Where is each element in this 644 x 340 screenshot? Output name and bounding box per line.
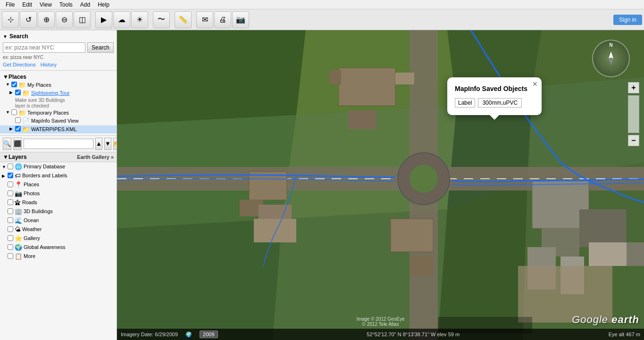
my-places-checkbox[interactable] — [11, 82, 17, 87]
save-image-tool-button[interactable]: 📷 — [232, 11, 249, 28]
weather-expand-icon — [2, 227, 7, 232]
tour-tool-button[interactable]: ▶ — [95, 11, 112, 28]
menu-file[interactable]: File — [2, 0, 18, 9]
imagery-date: Imagery Date: 6/29/2009 — [121, 332, 178, 337]
roads-checkbox[interactable] — [8, 199, 13, 205]
sightseeing-checkbox[interactable] — [15, 90, 21, 95]
waterpipes-folder-icon: 📁 — [22, 126, 30, 133]
layer-gallery[interactable]: ⭐ Gallery — [0, 234, 117, 243]
temporary-folder-icon: 📁 — [18, 109, 26, 116]
buildings-expand-icon — [2, 209, 7, 214]
more-label: More — [24, 253, 35, 259]
temporary-label: Temporary Places — [27, 109, 115, 116]
zoom-out-button[interactable]: − — [628, 135, 639, 146]
layer-borders-labels[interactable]: ▶ 🏷 Borders and Labels — [0, 171, 117, 180]
tree-item-my-places[interactable]: ▼ 📁 My Places — [0, 81, 117, 89]
ocean-checkbox[interactable] — [8, 217, 13, 223]
layer-more[interactable]: 📋 More — [0, 252, 117, 261]
zoom-controls: + − — [628, 82, 639, 146]
email-tool-button[interactable]: ✉ — [196, 11, 213, 28]
layer-global-awareness[interactable]: 🌍 Global Awareness — [0, 243, 117, 252]
search-section: ▼ Search Search ex: pizza near NYC Get D… — [0, 30, 117, 71]
compass[interactable]: N — [592, 40, 630, 77]
places-layer-checkbox[interactable] — [8, 182, 13, 187]
places-section: ▼ Places ▼ 📁 My Places ▶ 📁 Sightseeing T… — [0, 71, 117, 136]
layer-photos[interactable]: 📷 Photos — [0, 189, 117, 198]
buildings-icon: 🏢 — [15, 208, 22, 215]
search-input[interactable] — [3, 42, 85, 53]
primary-db-checkbox[interactable] — [8, 164, 13, 169]
zoom-in-tool-button[interactable]: ⊕ — [38, 11, 55, 28]
svg-rect-25 — [254, 219, 296, 242]
year-badge: 2009 — [200, 331, 217, 338]
mapinfo-view-checkbox[interactable] — [15, 117, 21, 123]
svg-rect-24 — [259, 205, 292, 219]
tree-item-sightseeing[interactable]: ▶ 📁 Sightseeing Tour — [0, 89, 117, 97]
nav-filter-input[interactable] — [24, 139, 93, 149]
layers-section-header[interactable]: ▼ Layers Earth Gallery » — [0, 152, 117, 162]
tree-item-temporary-places[interactable]: ▼ 📁 Temporary Places — [0, 109, 117, 117]
menu-help[interactable]: Help — [94, 0, 113, 9]
nav-layers-button[interactable]: ⬛ — [13, 138, 22, 150]
layer-3d-buildings[interactable]: 🏢 3D Buildings — [0, 207, 117, 216]
search-button[interactable]: Search — [87, 42, 114, 53]
ocean-expand-icon — [2, 218, 7, 223]
get-directions-link[interactable]: Get Directions — [3, 62, 36, 67]
rotate-tool-button[interactable]: ↺ — [20, 11, 37, 28]
ruler-tool-button[interactable]: 📏 — [175, 11, 192, 28]
places-section-title: Places — [8, 74, 26, 80]
menu-edit[interactable]: Edit — [18, 0, 36, 9]
water-tool-button[interactable]: 〜 — [153, 11, 170, 28]
signin-button[interactable]: Sign in — [613, 15, 642, 25]
google-earth-logo: Google earth — [572, 314, 639, 326]
popup-close-button[interactable]: ✕ — [532, 80, 538, 88]
temporary-checkbox[interactable] — [11, 109, 17, 115]
borders-checkbox[interactable] — [8, 173, 13, 178]
borders-icon: 🏷 — [15, 172, 21, 179]
svg-marker-2 — [296, 30, 457, 115]
map-canvas[interactable]: ✕ MapInfo Saved Objects Label 300mm,uPVC… — [117, 30, 644, 340]
pan-tool-button[interactable]: ⊹ — [2, 11, 19, 28]
nav-up-button[interactable]: ▲ — [95, 138, 102, 150]
more-checkbox[interactable] — [8, 253, 13, 259]
nav-search-button[interactable]: 🔍 — [3, 138, 11, 150]
menu-tools[interactable]: Tools — [56, 0, 76, 9]
places-section-header[interactable]: ▼ Places — [0, 73, 117, 81]
map-area[interactable]: ✕ MapInfo Saved Objects Label 300mm,uPVC… — [117, 30, 644, 340]
gallery-expand-icon — [2, 236, 7, 241]
tree-item-mapinfo-view[interactable]: 📄 MapInfo Saved View — [0, 117, 117, 125]
history-link[interactable]: History — [41, 62, 57, 67]
global-checkbox[interactable] — [8, 244, 13, 250]
search-section-header[interactable]: ▼ Search — [3, 33, 114, 40]
zoom-in-button[interactable]: + — [628, 82, 639, 93]
layer-primary-database[interactable]: ▼ 🌐 Primary Database — [0, 162, 117, 171]
nav-down-button[interactable]: ▼ — [104, 138, 111, 150]
zoom-slider[interactable] — [628, 95, 639, 133]
zoom-out-tool-button[interactable]: ⊖ — [56, 11, 73, 28]
svg-rect-12 — [117, 167, 644, 191]
print-tool-button[interactable]: 🖨 — [214, 11, 231, 28]
weather-checkbox[interactable] — [8, 226, 13, 232]
menu-add[interactable]: Add — [76, 0, 94, 9]
layer-roads[interactable]: 🛣 Roads — [0, 198, 117, 207]
layer-places[interactable]: 📍 Places — [0, 180, 117, 189]
nav-folder-button[interactable]: 📂 — [113, 138, 117, 150]
tree-item-waterpipes[interactable]: ▶ 📁 WATERPIPES.KML — [0, 125, 117, 133]
layer-ocean[interactable]: 🌊 Ocean — [0, 216, 117, 225]
layer-weather[interactable]: 🌤 Weather — [0, 225, 117, 234]
gallery-checkbox[interactable] — [8, 235, 13, 241]
photos-checkbox[interactable] — [8, 191, 13, 196]
menu-view[interactable]: View — [36, 0, 56, 9]
svg-marker-8 — [117, 219, 282, 340]
earth-gallery-link[interactable]: Earth Gallery » — [77, 154, 114, 160]
nav-controls: 🔍 ⬛ ▲ ▼ 📂 — [0, 136, 117, 152]
tilt-tool-button[interactable]: ◫ — [74, 11, 91, 28]
waterpipes-expand-icon: ▶ — [9, 126, 14, 131]
my-places-expand-icon: ▼ — [6, 82, 10, 87]
svg-rect-23 — [240, 200, 263, 216]
buildings-checkbox[interactable] — [8, 208, 13, 214]
clouds-tool-button[interactable]: ☁ — [113, 11, 130, 28]
waterpipes-checkbox[interactable] — [15, 126, 21, 132]
sun-tool-button[interactable]: ☀ — [131, 11, 148, 28]
places-layer-label: Places — [24, 182, 39, 187]
